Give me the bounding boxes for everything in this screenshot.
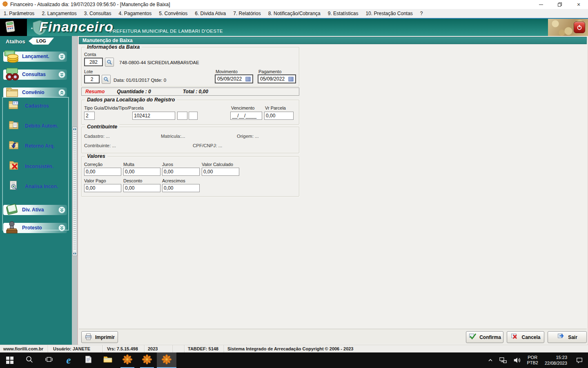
file-explorer-icon	[103, 355, 113, 366]
acrescimos-input[interactable]	[162, 184, 200, 192]
sidebar-header-atalhos[interactable]: Atalhos	[6, 38, 25, 45]
system-tray: POR PTB2 15:23 22/08/2023	[485, 352, 588, 368]
imprimir-label: Imprimir	[95, 334, 115, 340]
language-indicator[interactable]: POR PTB2	[524, 352, 541, 368]
vr-parcela-input[interactable]	[264, 112, 294, 120]
chevron-up-icon[interactable]	[58, 89, 65, 96]
doc-magnifier-icon	[8, 180, 20, 193]
close-button[interactable]: ×	[569, 0, 588, 9]
sidebar-item-label: Retorno Arq.	[25, 143, 55, 149]
lote-search-button[interactable]	[102, 75, 111, 84]
fiorilli-app-2-button[interactable]	[137, 352, 157, 368]
movimento-date-field	[215, 74, 253, 83]
conta-input[interactable]	[84, 58, 103, 66]
splitter-arrows-icon[interactable]	[73, 127, 77, 131]
tray-chevron-icon[interactable]	[485, 352, 496, 368]
multa-input[interactable]	[123, 168, 160, 176]
notepad-button[interactable]	[78, 352, 98, 368]
correcao-input[interactable]	[84, 168, 121, 176]
confirma-button[interactable]: Confirma	[466, 331, 503, 343]
parcela-num-input[interactable]	[189, 112, 198, 120]
chevron-down-icon[interactable]	[58, 53, 65, 60]
menu-parametros[interactable]: 1. Parâmetros	[0, 9, 38, 18]
fiorilli-app-1-button[interactable]	[118, 352, 137, 368]
movimento-date-input[interactable]	[216, 76, 244, 82]
status-bar: www.fiorilli.com.br Usuário: JANETE Vrs:…	[0, 345, 588, 352]
taskbar-clock[interactable]: 15:23 22/08/2023	[541, 355, 571, 366]
cadastro-value: Cadastro: ...	[84, 134, 110, 139]
menu-help[interactable]: ?	[416, 9, 427, 18]
menu-notificacao-cobranca[interactable]: 8. Notificação/Cobrança	[265, 9, 324, 18]
menu-estatisticas[interactable]: 9. Estatísticas	[324, 9, 362, 18]
imprimir-button[interactable]: Imprimir	[81, 331, 118, 343]
acrescimos-label: Acrescimos	[162, 178, 185, 183]
sidebar-item-protesto[interactable]: Protesto	[3, 223, 67, 233]
menu-convenios[interactable]: 5. Convênios	[155, 9, 191, 18]
chevron-down-icon[interactable]	[58, 206, 65, 213]
menu-relatorios[interactable]: 7. Relatórios	[229, 9, 264, 18]
cancela-button[interactable]: Cancela	[507, 331, 544, 343]
sair-button[interactable]: Sair	[548, 331, 587, 343]
app-flower-icon	[2, 1, 8, 9]
sidebar-item-retorno-arq[interactable]: Retorno Arq.	[8, 139, 55, 153]
resumo-quantidade: Quantidade : 0	[117, 89, 151, 94]
restore-button[interactable]	[550, 0, 569, 9]
menu-lancamentos[interactable]: 2. Lançamentos	[38, 9, 80, 18]
menu-pagamentos[interactable]: 4. Pagamentos	[115, 9, 155, 18]
internet-explorer-button[interactable]: e	[59, 352, 78, 368]
task-view-button[interactable]	[39, 352, 59, 368]
menu-divida-ativa[interactable]: 6. Divida Ativa	[191, 9, 229, 18]
pagamento-date-field	[258, 74, 296, 83]
desconto-input[interactable]	[123, 184, 160, 192]
calendar-icon[interactable]	[244, 75, 252, 83]
sidebar-item-inconsistencias[interactable]: Inconsistên.	[8, 160, 53, 173]
pagamento-date-input[interactable]	[258, 76, 287, 82]
file-explorer-button[interactable]	[98, 352, 118, 368]
minimize-button[interactable]	[532, 0, 550, 9]
guia-input[interactable]	[132, 112, 175, 120]
speaker-icon[interactable]	[510, 352, 524, 368]
vencimento-input[interactable]	[230, 112, 262, 120]
banner-subtitle: PREFEITURA MUNICIPAL DE LAMBARI D'OESTE	[109, 29, 223, 34]
sidebar-tab-log[interactable]: LOG	[29, 38, 54, 45]
splitter-arrows-icon[interactable]	[73, 251, 77, 256]
sidebar-item-debito-autom[interactable]: Débito Autom.	[8, 119, 58, 132]
taskbar-search-button[interactable]	[20, 352, 39, 368]
start-button[interactable]	[0, 352, 20, 368]
menu-bar: 1. Parâmetros 2. Lançamentos 3. Consulta…	[0, 9, 588, 18]
calendar-icon[interactable]	[287, 75, 294, 83]
groupbox-localizacao: Dados para Localização do Registro Tipo …	[81, 100, 299, 125]
sidebar-item-div-ativa[interactable]: Div. Ativa	[3, 205, 67, 215]
chevron-down-icon[interactable]	[58, 71, 65, 78]
lote-input[interactable]	[84, 75, 100, 83]
conta-search-button[interactable]	[105, 58, 114, 67]
sidebar-item-convenio[interactable]: Convênio	[3, 88, 67, 98]
cancela-label: Cancela	[521, 334, 540, 340]
notification-icon[interactable]	[571, 352, 588, 368]
pagamento-label: Pagamento	[258, 69, 281, 74]
sidebar-item-lancamentos[interactable]: Lançament.	[3, 52, 67, 62]
banner-left-block	[0, 19, 27, 36]
power-button-icon[interactable]	[574, 22, 585, 33]
sidebar-splitter[interactable]	[72, 127, 77, 256]
splitter-grip[interactable]	[74, 132, 76, 251]
sidebar-item-cadastros[interactable]: Cadastros	[8, 99, 49, 112]
groupbox-legend: Informações da Baixa	[85, 44, 142, 50]
resumo-total: Total : 0,00	[183, 89, 208, 94]
juros-input[interactable]	[162, 168, 200, 176]
chevron-down-icon[interactable]	[58, 224, 65, 231]
network-icon[interactable]	[496, 352, 510, 368]
clock-date: 22/08/2023	[545, 361, 567, 366]
menu-consultas[interactable]: 3. Consultas	[80, 9, 115, 18]
sidebar-item-analisa-incon[interactable]: Analisa Incon.	[8, 180, 58, 193]
folder-error-icon	[8, 159, 20, 173]
sidebar-item-consultas[interactable]: Consultas	[3, 70, 67, 80]
valor-pago-input[interactable]	[84, 184, 121, 192]
sair-label: Sair	[568, 334, 577, 340]
menu-prestacao-contas[interactable]: 10. Prestação Contas	[362, 9, 416, 18]
valor-calculado-input[interactable]	[202, 168, 239, 176]
window-titlebar: Financeiro - Atualizado dia: 19/07/2023 …	[0, 0, 588, 9]
tipo-input[interactable]	[84, 112, 95, 120]
divida-input[interactable]	[177, 112, 187, 120]
fiorilli-app-3-button[interactable]	[157, 352, 176, 368]
